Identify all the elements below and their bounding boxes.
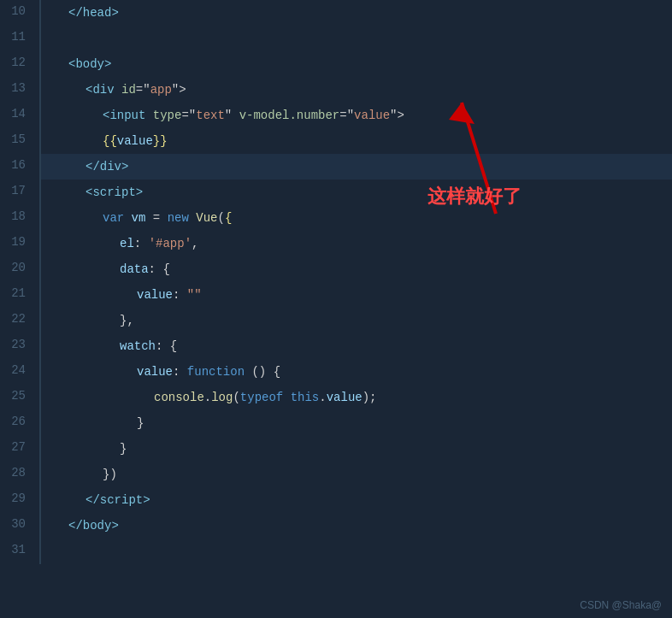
line-content-21: value: "" [41,282,672,308]
line-number-28: 28 [0,462,41,487]
code-line-29: 29 </script> [0,487,672,513]
code-line-12: 12 <body> [0,51,672,77]
line-number-19: 19 [0,231,41,256]
line-content-28: }) [41,462,672,487]
code-line-17: 17 <script> [0,180,672,205]
code-line-22: 22 }, [0,308,672,333]
code-line-27: 27 } [0,436,672,462]
line-number-23: 23 [0,333,41,359]
line-number-26: 26 [0,410,41,436]
line-content-13: <div id="app"> [41,77,672,103]
line-number-21: 21 [0,282,41,308]
line-number-24: 24 [0,359,41,385]
line-number-13: 13 [0,77,41,103]
line-number-31: 31 [0,539,41,564]
code-line-31: 31 [0,539,672,564]
line-content-14: <input type="text" v-model.number="value… [41,103,672,128]
line-content-19: el: '#app', [41,231,672,256]
line-content-17: <script> [41,180,672,205]
line-content-27: } [41,436,672,462]
code-line-13: 13 <div id="app"> [0,77,672,103]
line-content-12: <body> [41,51,672,77]
line-content-15: {{value}} [41,128,672,154]
watermark: CSDN @Shaka@ [580,599,662,611]
code-line-11: 11 [0,26,672,51]
code-line-23: 23 watch: { [0,333,672,359]
line-content-16: </div> [41,154,672,180]
line-number-18: 18 [0,205,41,231]
line-content-26: } [41,410,672,436]
line-content-25: console.log(typeof this.value); [41,385,672,410]
line-number-17: 17 [0,180,41,205]
code-line-20: 20 data: { [0,256,672,282]
code-line-15: 15 {{value}} [0,128,672,154]
line-content-31 [41,539,672,564]
line-number-27: 27 [0,436,41,462]
line-content-24: value: function () { [41,359,672,385]
code-line-19: 19 el: '#app', [0,231,672,256]
code-line-28: 28 }) [0,462,672,487]
line-number-10: 10 [0,0,41,26]
code-line-18: 18 var vm = new Vue({ [0,205,672,231]
line-number-12: 12 [0,51,41,77]
line-number-11: 11 [0,26,41,51]
code-line-30: 30 </body> [0,513,672,539]
code-line-25: 25 console.log(typeof this.value); [0,385,672,410]
code-line-21: 21 value: "" [0,282,672,308]
line-number-16: 16 [0,154,41,180]
code-line-16: 16 </div> [0,154,672,180]
line-content-10: </head> [41,0,672,26]
code-line-14: 14 <input type="text" v-model.number="va… [0,103,672,128]
line-number-30: 30 [0,513,41,539]
line-number-25: 25 [0,385,41,410]
line-number-15: 15 [0,128,41,154]
code-line-24: 24 value: function () { [0,359,672,385]
line-content-20: data: { [41,256,672,282]
line-number-29: 29 [0,487,41,513]
code-editor: 10 </head> 11 12 <body> 13 <div id="app"… [0,0,672,618]
line-content-11 [41,26,672,51]
line-content-23: watch: { [41,333,672,359]
line-number-22: 22 [0,308,41,333]
line-content-22: }, [41,308,672,333]
line-content-18: var vm = new Vue({ [41,205,672,231]
line-content-29: </script> [41,487,672,513]
code-line-10: 10 </head> [0,0,672,26]
code-line-26: 26 } [0,410,672,436]
line-content-30: </body> [41,513,672,539]
line-number-20: 20 [0,256,41,282]
line-number-14: 14 [0,103,41,128]
